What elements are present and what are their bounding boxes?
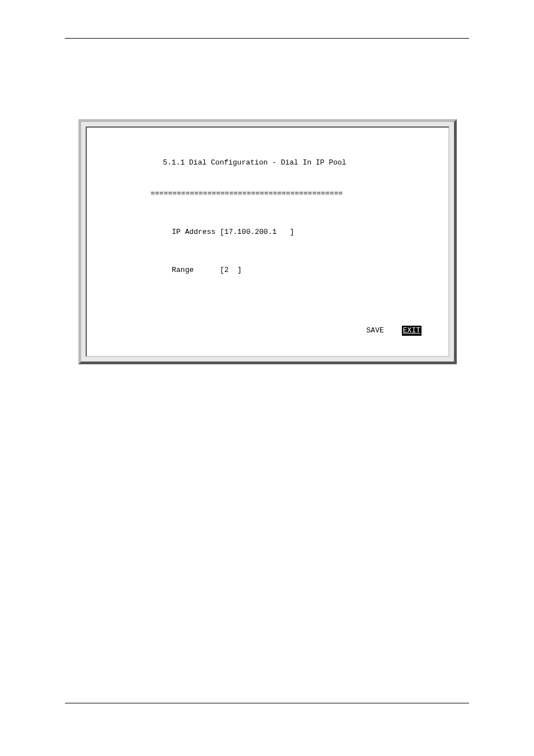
range-label: Range xyxy=(172,266,194,274)
ip-address-row: IP Address [17.100.200.1 ] xyxy=(172,227,435,237)
range-row: Range [2 ] xyxy=(172,265,435,275)
page-bottom-rule xyxy=(65,703,469,703)
dialog-divider: ========================================… xyxy=(151,189,435,199)
range-field[interactable]: 2 xyxy=(224,266,229,274)
terminal-content: 5.1.1 Dial Configuration - Dial In IP Po… xyxy=(86,126,449,357)
ip-address-label: IP Address xyxy=(172,228,216,236)
terminal-window: 5.1.1 Dial Configuration - Dial In IP Po… xyxy=(78,119,457,364)
page-top-rule xyxy=(65,38,469,39)
save-button[interactable]: SAVE xyxy=(367,326,384,335)
exit-button[interactable]: EXIT xyxy=(402,326,421,336)
dialog-title: 5.1.1 Dial Configuration - Dial In IP Po… xyxy=(163,158,435,168)
action-bar: SAVEEXIT xyxy=(340,315,421,346)
ip-address-field[interactable]: 17.100.200.1 xyxy=(224,228,277,236)
